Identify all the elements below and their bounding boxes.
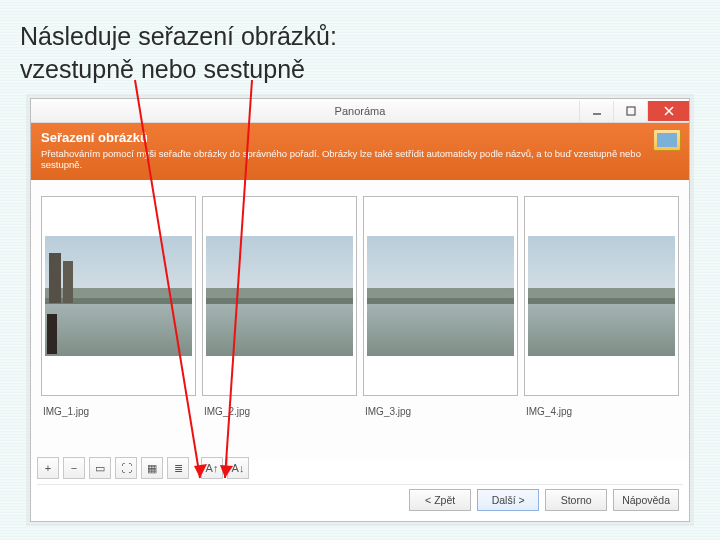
divider (37, 484, 683, 485)
thumbnail-image (367, 236, 514, 356)
wizard-buttons: < Zpět Další > Storno Nápověda (409, 489, 679, 511)
slide-heading: Následuje seřazení obrázků: vzestupně ne… (0, 0, 720, 97)
thumbnail[interactable] (41, 196, 196, 396)
close-button[interactable] (647, 101, 689, 121)
thumbnail-label: IMG_3.jpg (363, 396, 518, 417)
thumbnail-label: IMG_4.jpg (524, 396, 679, 417)
fullscreen-button[interactable]: ⛶ (115, 457, 137, 479)
thumbnail[interactable] (524, 196, 679, 396)
zoom-in-button[interactable]: + (37, 457, 59, 479)
step-subtitle: Přetahováním pomocí myši seřaďte obrázky… (41, 148, 679, 171)
thumbnail-label: IMG_2.jpg (202, 396, 357, 417)
panorama-icon (653, 129, 681, 151)
thumbnail-image (528, 236, 675, 356)
slide-heading-line1: Následuje seřazení obrázků: (20, 22, 337, 50)
minimize-button[interactable] (579, 101, 613, 121)
sort-descending-button[interactable]: A↓ (227, 457, 249, 479)
grid-view-button[interactable]: ▦ (141, 457, 163, 479)
cancel-button[interactable]: Storno (545, 489, 607, 511)
svg-rect-1 (627, 107, 635, 115)
titlebar: Panoráma (31, 99, 689, 123)
panorama-window: Panoráma Seřazení obrázků Přetahováním p… (30, 98, 690, 522)
slide-heading-line2: vzestupně nebo sestupně (20, 55, 305, 83)
step-title: Seřazení obrázků (41, 130, 679, 145)
list-view-button[interactable]: ≣ (167, 457, 189, 479)
sort-ascending-button[interactable]: A↑ (201, 457, 223, 479)
thumbnail[interactable] (363, 196, 518, 396)
back-button[interactable]: < Zpět (409, 489, 471, 511)
thumbnail-label: IMG_1.jpg (41, 396, 196, 417)
help-button[interactable]: Nápověda (613, 489, 679, 511)
toolbar: + − ▭ ⛶ ▦ ≣ A↑ A↓ (37, 457, 249, 479)
thumbnail-image (206, 236, 353, 356)
zoom-out-button[interactable]: − (63, 457, 85, 479)
fit-button[interactable]: ▭ (89, 457, 111, 479)
maximize-button[interactable] (613, 101, 647, 121)
thumbnail-strip: IMG_1.jpg IMG_2.jpg IMG_3.jpg (31, 180, 689, 460)
next-button[interactable]: Další > (477, 489, 539, 511)
step-header: Seřazení obrázků Přetahováním pomocí myš… (31, 123, 689, 180)
thumbnail[interactable] (202, 196, 357, 396)
thumbnail-image (45, 236, 192, 356)
